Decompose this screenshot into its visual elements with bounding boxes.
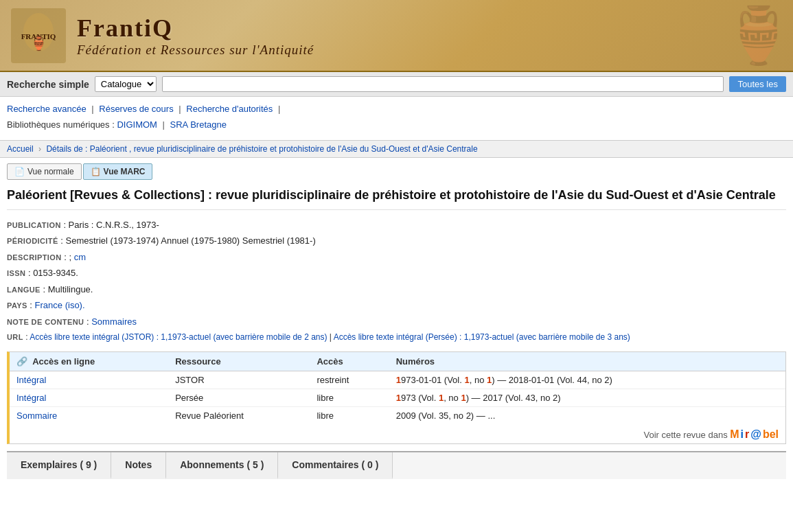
meta-description-value: : ; <box>64 252 73 262</box>
mir-m: M <box>730 428 739 441</box>
nav-sep-4: | <box>163 119 168 130</box>
view-toggle: 📄 Vue normale 📋 Vue MARC <box>7 163 786 180</box>
site-header: FRANTIQ 🏺 FrantiQ Fédération et Ressourc… <box>0 0 793 72</box>
breadcrumb: Accueil › Détails de : Paléorient , revu… <box>0 140 793 158</box>
search-label: Recherche simple <box>7 79 89 90</box>
cell-resource-2: Persée <box>168 389 310 406</box>
meta-pays-value: : <box>30 300 34 310</box>
meta-langue-value: : Multilingue. <box>43 284 93 294</box>
nav-links: Recherche avancée | Réserves de cours | … <box>0 97 793 136</box>
site-title-sub: Fédération et Ressources sur l'Antiquité <box>77 43 314 58</box>
bottom-tabs: Exemplaires ( 9 ) Notes Abonnements ( 5 … <box>7 451 786 479</box>
meta-pays-label: PAYS <box>7 301 27 310</box>
breadcrumb-sep: › <box>38 144 41 154</box>
search-type-select[interactable]: Catalogue Auteurs Titres Sujets <box>95 76 157 92</box>
mirabel-brand: Mir@bel <box>730 428 779 441</box>
nav-link-sra-bretagne[interactable]: SRA Bretagne <box>170 119 227 130</box>
meta-issn: ISSN : 0153-9345. <box>7 266 786 280</box>
site-title-main: FrantiQ <box>77 14 314 43</box>
cell-resource-1: JSTOR <box>168 371 310 389</box>
meta-issn-value: : 0153-9345. <box>28 268 78 278</box>
tab-commentaires[interactable]: Commentaires ( 0 ) <box>278 452 393 479</box>
mir-bel: bel <box>763 428 779 441</box>
meta-description-link[interactable]: cm <box>74 252 86 262</box>
meta-issn-label: ISSN <box>7 269 25 277</box>
meta-publication-value: : Paris : C.N.R.S., 1973- <box>63 220 159 230</box>
meta-note-contenu-link[interactable]: Sommaires <box>91 316 137 327</box>
cell-acces-2: Intégral <box>10 389 168 406</box>
acces-link-2[interactable]: Intégral <box>16 393 46 403</box>
meta-pays-link[interactable]: France (iso). <box>35 300 85 310</box>
breadcrumb-home[interactable]: Accueil <box>7 144 34 154</box>
doc-icon: 📄 <box>14 167 25 176</box>
tab-notes[interactable]: Notes <box>111 452 166 479</box>
meta-publication-label: PUBLICATION <box>7 221 61 229</box>
meta-pays: PAYS : France (iso). <box>7 299 786 312</box>
table-row: Intégral JSTOR restreint 1973-01-01 (Vol… <box>10 371 785 389</box>
link-icon: 🔗 <box>16 356 27 367</box>
tab-exemplaires[interactable]: Exemplaires ( 9 ) <box>7 452 111 479</box>
search-input[interactable] <box>162 76 724 92</box>
table-header-row: 🔗 Accès en ligne Ressource Accès Numéros <box>10 352 785 371</box>
cell-acces-1: Intégral <box>10 371 168 389</box>
url-link-persee[interactable]: Accès libre texte intégral (Persée) : 1,… <box>334 332 630 342</box>
main-content: 📄 Vue normale 📋 Vue MARC Paléorient [Rev… <box>0 158 793 485</box>
col-numeros: Numéros <box>389 352 785 371</box>
meta-description: DESCRIPTION : ; cm <box>7 251 786 264</box>
url-link-jstor[interactable]: Accès libre texte intégral (JSTOR) : 1,1… <box>30 332 327 342</box>
site-logo: FRANTIQ 🏺 <box>11 8 66 63</box>
table-row: Intégral Persée libre 1973 (Vol. 1, no 1… <box>10 389 785 406</box>
meta-note-contenu-label: NOTE DE CONTENU <box>7 318 84 326</box>
mir-r: r <box>745 428 749 441</box>
cell-numeros-1: 1973-01-01 (Vol. 1, no 1) — 2018-01-01 (… <box>389 371 785 389</box>
url-label: URL <box>7 333 23 341</box>
view-marc-label: Vue MARC <box>104 167 146 176</box>
meta-periodicite-label: PÉRIODICITÉ <box>7 237 58 245</box>
libraries-label: Bibliothèques numériques : <box>7 119 117 130</box>
meta-description-label: DESCRIPTION <box>7 253 62 262</box>
cell-numeros-2: 1973 (Vol. 1, no 1) — 2017 (Vol. 43, no … <box>389 389 785 406</box>
table-icon: 📋 <box>91 167 101 176</box>
record-title: Paléorient [Revues & Collections] : revu… <box>7 187 786 210</box>
meta-periodicite-value: : Semestriel (1973-1974) Annuel (1975-19… <box>60 235 315 246</box>
mir-i: i <box>741 428 744 441</box>
nav-sep-1: | <box>91 104 96 114</box>
col-ressource: Ressource <box>168 352 310 371</box>
online-access-table: 🔗 Accès en ligne Ressource Accès Numéros… <box>10 352 785 424</box>
meta-langue: LANGUE : Multilingue. <box>7 283 786 297</box>
search-button[interactable]: Toutes les <box>729 76 786 92</box>
url-section: URL : Accès libre texte intégral (JSTOR)… <box>7 331 786 344</box>
meta-publication: PUBLICATION : Paris : C.N.R.S., 1973- <box>7 218 786 232</box>
col-acces-en-ligne: 🔗 Accès en ligne <box>10 352 168 371</box>
online-access-section: 🔗 Accès en ligne Ressource Accès Numéros… <box>7 351 786 444</box>
meta-note-contenu: NOTE DE CONTENU : Sommaires <box>7 315 786 329</box>
nav-link-course-reserves[interactable]: Réserves de cours <box>99 104 173 114</box>
col-acces-label: Accès en ligne <box>32 356 95 367</box>
meta-langue-label: LANGUE <box>7 286 41 294</box>
mirabel-section: Voir cette revue dans Mir@bel <box>10 424 785 443</box>
nav-link-authority-search[interactable]: Recherche d'autorités <box>186 104 273 114</box>
svg-text:🏺: 🏺 <box>30 35 47 51</box>
tab-abonnements[interactable]: Abonnements ( 5 ) <box>166 452 278 479</box>
nav-link-advanced-search[interactable]: Recherche avancée <box>7 104 87 114</box>
table-row: Sommaire Revue Paléorient libre 2009 (Vo… <box>10 406 785 424</box>
cell-type-3: libre <box>310 406 389 424</box>
cell-type-1: restreint <box>310 371 389 389</box>
acces-link-3[interactable]: Sommaire <box>16 410 57 421</box>
view-marc-button[interactable]: 📋 Vue MARC <box>83 163 153 180</box>
search-bar: Recherche simple Catalogue Auteurs Titre… <box>0 72 793 97</box>
mir-at: @ <box>750 428 761 441</box>
breadcrumb-detail[interactable]: Détails de : Paléorient , revue pluridis… <box>46 144 477 154</box>
header-decoration: 🏺 <box>587 0 793 71</box>
nav-sep-3: | <box>278 104 280 114</box>
cell-acces-3: Sommaire <box>10 406 168 424</box>
meta-periodicite: PÉRIODICITÉ : Semestriel (1973-1974) Ann… <box>7 234 786 248</box>
nav-link-digimom[interactable]: DIGIMOM <box>117 119 157 130</box>
acces-link-1[interactable]: Intégral <box>16 375 46 385</box>
view-normale-label: Vue normale <box>27 167 74 176</box>
cell-resource-3: Revue Paléorient <box>168 406 310 424</box>
site-title-block: FrantiQ Fédération et Ressources sur l'A… <box>77 14 314 58</box>
mirabel-text: Voir cette revue dans <box>644 430 731 440</box>
cell-numeros-3: 2009 (Vol. 35, no 2) — ... <box>389 406 785 424</box>
view-normale-button[interactable]: 📄 Vue normale <box>7 163 82 180</box>
